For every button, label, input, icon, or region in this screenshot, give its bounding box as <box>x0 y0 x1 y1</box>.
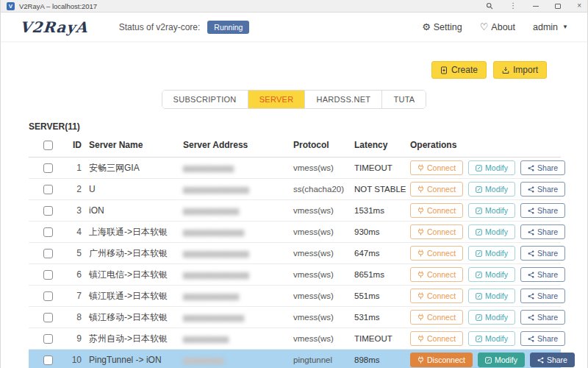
latency: TIMEOUT <box>354 328 410 350</box>
tab-subscription[interactable]: SUBSCRIPTION <box>162 91 248 108</box>
row-id: 8 <box>65 307 89 328</box>
search-icon[interactable] <box>486 2 493 10</box>
connect-button[interactable]: Connect <box>410 289 463 303</box>
connect-button[interactable]: Connect <box>410 160 463 175</box>
modify-button[interactable]: Modify <box>468 267 515 282</box>
share-button[interactable]: Share <box>520 160 565 175</box>
share-icon <box>528 208 534 214</box>
table-row: 2 U ▇▇▇▇▇▇▇▇▇▇▇▇▇ ss(chacha20) NOT STABL… <box>29 179 561 200</box>
row-checkbox[interactable] <box>43 206 53 216</box>
edit-icon <box>476 293 482 300</box>
table-row: 4 上海联通->日本软银 ▇▇▇▇▇▇▇▇▇▇▇▇ vmess(ws) 930m… <box>29 222 561 243</box>
protocol: ss(chacha20) <box>293 179 354 200</box>
connect-button[interactable]: Connect <box>410 182 463 197</box>
protocol: vmess(ws) <box>293 307 354 328</box>
row-checkbox[interactable] <box>43 313 53 322</box>
row-checkbox[interactable] <box>43 249 53 258</box>
menu-kebab-icon[interactable]: ⋮ <box>509 2 517 10</box>
import-button[interactable]: Import <box>493 61 547 79</box>
connect-button[interactable]: Connect <box>410 224 463 239</box>
latency: 8651ms <box>354 264 410 286</box>
share-button[interactable]: Share <box>520 203 565 218</box>
plug-icon <box>417 250 424 257</box>
modify-button[interactable]: Modify <box>468 289 515 303</box>
row-id: 4 <box>65 222 89 243</box>
plug-icon <box>417 314 424 321</box>
edit-icon <box>476 229 482 236</box>
server-name: 镇江电信->日本软银 <box>89 264 183 286</box>
share-button[interactable]: Share <box>520 310 565 325</box>
row-id: 6 <box>65 264 89 286</box>
user-menu[interactable]: admin ▼ <box>533 22 568 32</box>
row-id: 10 <box>65 350 89 368</box>
row-checkbox[interactable] <box>43 355 53 365</box>
server-name: 广州移动->日本软银 <box>89 243 183 264</box>
connect-button[interactable]: Connect <box>410 267 463 282</box>
row-checkbox[interactable] <box>43 270 53 280</box>
share-button[interactable]: Share <box>530 353 575 367</box>
edit-icon <box>476 250 482 257</box>
server-address-blurred: ▇▇▇▇▇▇▇▇▇▇▇▇ <box>183 229 244 236</box>
server-count-title: SERVER(11) <box>29 121 587 132</box>
modify-button[interactable]: Modify <box>468 182 515 197</box>
connect-button[interactable]: Connect <box>410 203 463 218</box>
share-button[interactable]: Share <box>520 331 565 346</box>
row-id: 2 <box>65 179 89 200</box>
row-checkbox[interactable] <box>43 291 53 301</box>
row-checkbox[interactable] <box>43 334 53 344</box>
maximize-button[interactable] <box>555 4 561 9</box>
share-button[interactable]: Share <box>520 267 565 282</box>
tab-server[interactable]: SERVER <box>248 91 305 108</box>
row-checkbox[interactable] <box>43 163 53 173</box>
modify-button[interactable]: Modify <box>468 246 515 261</box>
connect-button[interactable]: Connect <box>410 310 463 325</box>
close-button[interactable]: × <box>577 2 581 10</box>
modify-button[interactable]: Modify <box>468 310 515 325</box>
row-checkbox[interactable] <box>43 185 53 194</box>
modify-button[interactable]: Modify <box>468 160 515 175</box>
modify-button[interactable]: Modify <box>468 224 515 239</box>
minimize-button[interactable] <box>533 6 539 7</box>
col-protocol: Protocol <box>293 135 354 158</box>
connect-button[interactable]: Connect <box>410 331 463 346</box>
server-address-blurred: ▇▇▇▇▇▇▇▇▇▇▇▇▇ <box>183 250 249 258</box>
modify-button[interactable]: Modify <box>478 353 525 367</box>
about-button[interactable]: ♡ About <box>480 21 515 32</box>
table-row: 10 PingTunnel -> iON ▇▇▇▇▇▇▇▇ pingtunnel… <box>29 350 561 368</box>
setting-button[interactable]: ⚙ Setting <box>422 21 462 32</box>
share-icon <box>537 357 544 364</box>
plug-icon <box>417 356 424 364</box>
latency: TIMEOUT <box>354 158 410 179</box>
core-status-badge: Running <box>207 21 249 34</box>
tab-bar: SUBSCRIPTIONSERVERHARDSS.NETTUTA <box>162 90 427 109</box>
window-titlebar: V V2RayA – localhost:2017 ⋮ × <box>1 0 587 13</box>
create-button[interactable]: Create <box>431 61 487 79</box>
tab-tuta[interactable]: TUTA <box>381 91 426 108</box>
latency: 551ms <box>354 286 410 307</box>
protocol: vmess(ws) <box>293 243 354 264</box>
col-operations: Operations <box>410 135 561 158</box>
modify-button[interactable]: Modify <box>468 331 515 346</box>
share-button[interactable]: Share <box>520 182 565 197</box>
share-button[interactable]: Share <box>520 224 565 239</box>
row-checkbox[interactable] <box>43 227 53 237</box>
disconnect-button[interactable]: Disconnect <box>410 353 473 367</box>
table-row: 5 广州移动->日本软银 ▇▇▇▇▇▇▇▇▇▇▇▇▇ vmess(ws) 647… <box>29 243 561 264</box>
share-button[interactable]: Share <box>520 289 565 303</box>
share-button[interactable]: Share <box>520 246 565 261</box>
edit-icon <box>476 208 482 214</box>
server-name: iON <box>89 200 183 222</box>
edit-icon <box>476 186 482 193</box>
tab-hardss-net[interactable]: HARDSS.NET <box>304 91 381 108</box>
window-title: V2RayA – localhost:2017 <box>19 2 97 10</box>
select-all-checkbox[interactable] <box>43 141 53 150</box>
plug-icon <box>417 271 424 278</box>
share-icon <box>528 336 534 342</box>
heart-icon: ♡ <box>480 21 489 32</box>
protocol: pingtunnel <box>293 350 354 368</box>
server-name: 镇江联通->日本软银 <box>89 286 183 307</box>
latency: 531ms <box>354 307 410 328</box>
connect-button[interactable]: Connect <box>410 246 463 261</box>
modify-button[interactable]: Modify <box>468 203 515 218</box>
server-address-blurred: ▇▇▇▇▇▇▇▇▇▇ <box>183 165 234 172</box>
